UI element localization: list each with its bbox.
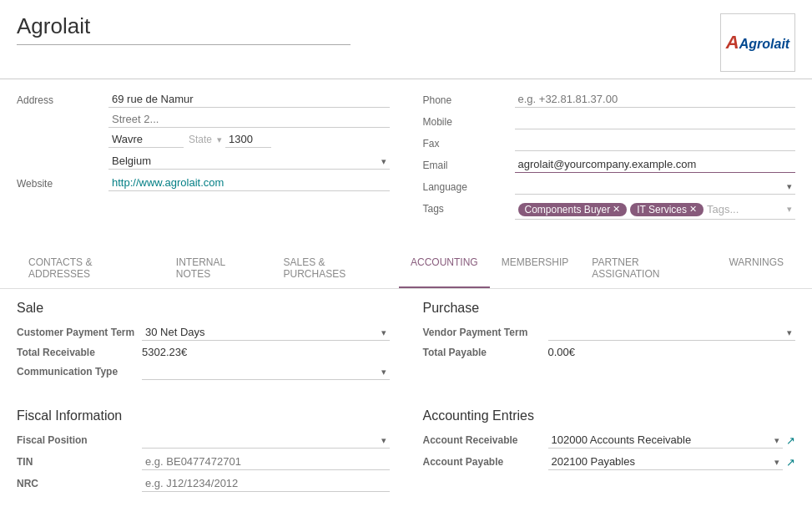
- mobile-input[interactable]: [515, 113, 796, 129]
- total-receivable-value: 5302.23€: [142, 346, 187, 358]
- tags-label: Tags: [423, 200, 515, 215]
- payment-term-select[interactable]: 30 Net Days: [142, 324, 390, 341]
- total-payable-label: Total Payable: [423, 347, 548, 358]
- tab-warnings[interactable]: WARNINGS: [717, 250, 795, 288]
- company-logo: AAgrolait: [720, 13, 795, 72]
- tag-label: Components Buyer: [525, 204, 611, 215]
- website-label: Website: [17, 175, 108, 190]
- tag-remove-it-services[interactable]: ✕: [689, 204, 697, 215]
- city-input[interactable]: [108, 131, 184, 148]
- tab-partner[interactable]: PARTNER ASSIGNATION: [580, 250, 717, 288]
- sale-section-title: Sale: [17, 301, 390, 316]
- purchase-section-title: Purchase: [423, 301, 796, 316]
- vendor-payment-term-select[interactable]: [548, 324, 796, 341]
- account-receivable-ext-link[interactable]: ↗: [786, 434, 795, 447]
- tags-arrow: ▾: [787, 204, 792, 215]
- fiscal-position-label: Fiscal Position: [17, 434, 142, 446]
- website-input[interactable]: [108, 175, 390, 191]
- tags-placeholder: Tags...: [707, 203, 739, 215]
- account-receivable-label: Account Receivable: [423, 434, 548, 446]
- tab-notes[interactable]: INTERNAL NOTES: [164, 250, 272, 288]
- total-payable-value: 0.00€: [548, 346, 576, 358]
- accounting-entries-title: Accounting Entries: [423, 408, 796, 423]
- communication-type-select[interactable]: [142, 363, 390, 380]
- tabs-bar: CONTACTS & ADDRESSES INTERNAL NOTES SALE…: [0, 250, 812, 289]
- fax-input[interactable]: [515, 134, 796, 151]
- tin-label: TIN: [17, 456, 142, 468]
- fax-label: Fax: [423, 134, 515, 150]
- language-label: Language: [423, 178, 515, 193]
- communication-type-label: Communication Type: [17, 366, 142, 378]
- state-arrow: ▾: [217, 134, 222, 145]
- nrc-input[interactable]: [142, 475, 390, 492]
- tab-sales[interactable]: SALES & PURCHASES: [272, 250, 399, 288]
- tags-field[interactable]: Components Buyer ✕ IT Services ✕ Tags...…: [515, 200, 796, 220]
- tag-label: IT Services: [637, 204, 687, 215]
- language-select[interactable]: [515, 178, 796, 195]
- page-title: Agrolait: [17, 13, 351, 45]
- account-payable-select[interactable]: 202100 Payables: [548, 454, 784, 470]
- logo-letter: A: [726, 32, 739, 53]
- vendor-payment-term-label: Vendor Payment Term: [423, 327, 548, 338]
- street1-input[interactable]: [108, 91, 390, 108]
- street2-input[interactable]: [108, 111, 390, 128]
- tab-membership[interactable]: MEMBERSHIP: [490, 250, 581, 288]
- account-receivable-select[interactable]: 102000 Accounts Receivable: [548, 432, 784, 449]
- account-payable-ext-link[interactable]: ↗: [786, 456, 795, 469]
- fiscal-section-title: Fiscal Information: [17, 408, 390, 423]
- tag-components-buyer[interactable]: Components Buyer ✕: [518, 203, 628, 216]
- address-label: Address: [17, 91, 108, 106]
- mobile-label: Mobile: [423, 113, 515, 128]
- account-payable-label: Account Payable: [423, 456, 548, 468]
- total-receivable-label: Total Receivable: [17, 347, 142, 358]
- email-input[interactable]: [515, 156, 796, 173]
- phone-label: Phone: [423, 91, 515, 106]
- zip-input[interactable]: [225, 131, 271, 148]
- nrc-label: NRC: [17, 478, 142, 489]
- phone-input[interactable]: [515, 91, 796, 108]
- tin-input[interactable]: [142, 454, 390, 470]
- tag-it-services[interactable]: IT Services ✕: [630, 203, 704, 216]
- country-select[interactable]: Belgium: [108, 153, 390, 170]
- payment-term-label: Customer Payment Term: [17, 327, 142, 338]
- tab-accounting[interactable]: ACCOUNTING: [399, 250, 490, 288]
- tag-remove-components-buyer[interactable]: ✕: [613, 204, 620, 215]
- fiscal-position-select[interactable]: [142, 432, 390, 449]
- email-label: Email: [423, 156, 515, 171]
- tab-contacts[interactable]: CONTACTS & ADDRESSES: [17, 250, 164, 288]
- logo-name: Agrolait: [739, 37, 789, 51]
- state-label: State: [187, 134, 214, 145]
